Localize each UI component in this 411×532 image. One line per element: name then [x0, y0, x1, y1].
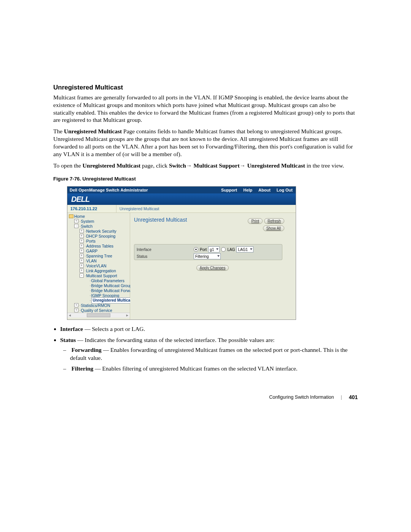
- tree-node[interactable]: ·····Unregistered Multicast: [68, 298, 130, 303]
- expand-icon[interactable]: +: [80, 239, 84, 243]
- row-status: Status Filtering: [134, 253, 282, 260]
- field-interface: Interface — Selects a port or LAG.: [60, 325, 358, 333]
- tree-node[interactable]: +·····VLAN: [68, 258, 130, 263]
- tree-label: Address Tables: [86, 244, 114, 248]
- nav-tree[interactable]: Home+·····System-·····Switch+·····Networ…: [67, 213, 130, 313]
- brand-bar: DELL: [67, 193, 296, 205]
- tree-label: Bridge Multicast Forward: [91, 288, 135, 293]
- print-button[interactable]: Print: [248, 218, 263, 224]
- tree-connector-icon: ·····: [79, 308, 80, 312]
- field-list: Interface — Selects a port or LAG. Statu…: [53, 325, 358, 372]
- tree-node[interactable]: +·····Network Security: [68, 228, 130, 233]
- tree-node[interactable]: ·····Bridge Multicast Forward: [68, 288, 130, 293]
- term: Status: [60, 337, 76, 343]
- text: To open the: [53, 162, 83, 169]
- tree-connector-icon: ·····: [89, 289, 91, 292]
- link-support[interactable]: Support: [218, 188, 240, 192]
- tree-connector-icon: ·····: [79, 219, 80, 223]
- tree-node[interactable]: +·····Link Aggregation: [68, 268, 130, 273]
- text-bold: Unregistered Multicast: [64, 128, 122, 134]
- link-logout[interactable]: Log Out: [274, 188, 296, 192]
- tree-connector-icon: ·····: [84, 229, 86, 233]
- link-about[interactable]: About: [255, 188, 274, 192]
- tree-node[interactable]: +·····Spanning Tree: [68, 253, 130, 258]
- tree-label: Network Security: [86, 229, 116, 233]
- tree-label: VoiceVLAN: [86, 264, 107, 268]
- paragraph-1: Multicast frames are generally forwarded…: [53, 94, 358, 124]
- form-panel: Interface Port g1 LAG LAG1 Status: [134, 244, 282, 260]
- tree-node[interactable]: +·····Quality of Service: [68, 308, 130, 313]
- tree-connector-icon: ·····: [84, 244, 86, 248]
- text: The: [53, 128, 64, 134]
- expand-icon[interactable]: +: [80, 229, 84, 233]
- tree-scrollbar[interactable]: ◄ ►: [67, 313, 130, 318]
- tree-node[interactable]: +·····Ports: [68, 238, 130, 243]
- tree-node[interactable]: -·····Multicast Support: [68, 273, 130, 278]
- link-help[interactable]: Help: [240, 188, 255, 192]
- expand-icon[interactable]: +: [74, 308, 78, 312]
- tree-label: Bridge Multicast Group: [91, 283, 132, 288]
- desc: — Enables filtering of unregistered Mult…: [93, 365, 297, 372]
- scroll-left-icon[interactable]: ◄: [68, 313, 72, 317]
- tree-connector-icon: ·····: [84, 274, 86, 278]
- scroll-thumb[interactable]: [87, 313, 110, 317]
- expand-icon[interactable]: +: [80, 268, 84, 273]
- tree-label: Multicast Support: [86, 273, 117, 278]
- collapse-icon[interactable]: -: [80, 273, 84, 278]
- tree-connector-icon: ·····: [89, 299, 91, 302]
- tree-connector-icon: ·····: [84, 269, 86, 273]
- tree-node[interactable]: +·····VoiceVLAN: [68, 263, 130, 268]
- expand-icon[interactable]: +: [80, 249, 84, 253]
- tree-label: Switch: [81, 224, 93, 228]
- text: page, click: [140, 162, 169, 169]
- tree-label: Spanning Tree: [86, 254, 112, 258]
- term: Forwarding: [72, 347, 102, 353]
- term: Filtering: [72, 365, 94, 372]
- tree-node[interactable]: +·····DHCP Snooping: [68, 233, 130, 238]
- tree-label: Ports: [86, 239, 96, 243]
- scroll-right-icon[interactable]: ►: [126, 313, 129, 317]
- tree-node[interactable]: -·····Switch: [68, 224, 130, 228]
- radio-port[interactable]: [194, 247, 198, 252]
- radio-lag[interactable]: [221, 247, 226, 252]
- expand-icon[interactable]: +: [80, 259, 84, 263]
- expand-icon[interactable]: +: [74, 219, 78, 223]
- tree-connector-icon: ·····: [84, 234, 86, 238]
- expand-icon[interactable]: +: [80, 244, 84, 248]
- expand-icon[interactable]: +: [80, 264, 84, 268]
- showall-button[interactable]: Show All: [263, 225, 284, 231]
- tree-node[interactable]: ·····Bridge Multicast Group: [68, 283, 130, 288]
- tree-node[interactable]: ·····Global Parameters: [68, 278, 130, 283]
- tree-connector-icon: ·····: [84, 239, 86, 243]
- text-bold: Unregistered Multicast: [247, 162, 305, 169]
- label-interface: Interface: [137, 248, 194, 252]
- expand-icon[interactable]: +: [74, 303, 78, 307]
- expand-icon[interactable]: +: [80, 254, 84, 258]
- collapse-icon[interactable]: -: [74, 224, 78, 228]
- apply-changes-button[interactable]: Apply Changes: [196, 265, 229, 271]
- select-lag[interactable]: LAG1: [236, 246, 253, 252]
- tree-node[interactable]: +·····GARP: [68, 248, 130, 253]
- app-title: Dell OpenManage Switch Administrator: [67, 188, 218, 192]
- label-lag: LAG: [227, 248, 235, 252]
- text-bold: Multicast Support: [194, 162, 240, 169]
- tree-node[interactable]: +·····Statistics/RMON: [68, 303, 130, 308]
- refresh-button[interactable]: Refresh: [264, 218, 284, 224]
- tree-node[interactable]: +·····Address Tables: [68, 243, 130, 248]
- tree-node[interactable]: +·····System: [68, 219, 130, 224]
- field-filtering: Filtering — Enables filtering of unregis…: [70, 365, 358, 372]
- select-port[interactable]: g1: [208, 246, 220, 252]
- tree-connector-icon: ·····: [84, 254, 86, 258]
- text-bold: Switch: [169, 162, 186, 169]
- ip-address: 176.210.11.22: [67, 205, 116, 212]
- tree-connector-icon: ·····: [84, 259, 86, 263]
- tree-node[interactable]: Home: [68, 214, 130, 219]
- tree-label: Home: [74, 214, 85, 219]
- screenshot-window: Dell OpenManage Switch Administrator Sup…: [67, 186, 296, 320]
- dell-logo: DELL: [71, 195, 89, 204]
- select-status[interactable]: Filtering: [194, 253, 221, 259]
- desc: — Indicates the forwarding status of the…: [76, 337, 274, 343]
- desc: — Selects a port or LAG.: [83, 326, 145, 332]
- expand-icon[interactable]: +: [80, 234, 84, 238]
- page-footer: Configuring Switch Information | 401: [53, 394, 358, 400]
